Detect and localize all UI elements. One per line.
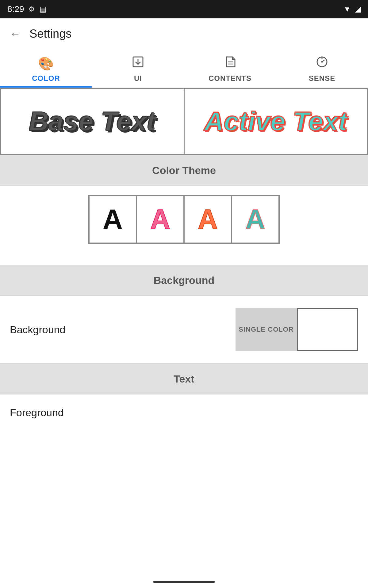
tab-ui[interactable]: UI [92,49,184,88]
text-section: Foreground [0,394,368,431]
background-white-option[interactable] [297,308,358,351]
color-swatches: A A A A [88,195,280,244]
tab-color[interactable]: 🎨 COLOR [0,49,92,88]
swatch-orange-letter: A [198,204,218,235]
base-text-preview: Base Text [29,106,156,137]
page-title: Settings [29,27,71,40]
background-single-color-option[interactable]: SINGLE COLOR [236,308,297,351]
tab-contents[interactable]: CONTENTS [184,49,276,88]
status-right: ▼ ◢ [343,5,361,13]
active-text-preview: Active Text [204,106,347,137]
tab-sense-label: SENSE [309,74,335,83]
swatch-black-letter: A [103,204,123,235]
preview-base[interactable]: Base Text [0,88,185,155]
text-title: Text [174,373,194,385]
background-section-header: Background [0,265,368,296]
foreground-row: Foreground [0,394,368,431]
wifi-icon: ▼ [343,5,351,13]
battery-status-icon: ▤ [40,5,47,13]
status-left: 8:29 ⚙ ▤ [7,4,47,14]
tab-ui-icon [132,56,144,71]
background-title: Background [154,274,214,286]
single-color-label: SINGLE COLOR [239,326,293,334]
app-bar: ← Settings [0,18,368,49]
text-section-header: Text [0,364,368,394]
swatch-teal-letter: A [245,204,265,235]
home-indicator [153,581,215,583]
background-options: SINGLE COLOR [236,308,358,351]
settings-status-icon: ⚙ [29,5,35,13]
background-row: Background SINGLE COLOR [0,296,368,364]
color-theme-title: Color Theme [152,164,216,176]
tab-sense-icon [316,56,328,71]
swatch-orange[interactable]: A [184,196,232,243]
swatch-teal[interactable]: A [232,196,279,243]
swatch-pink-letter: A [150,204,170,235]
background-section: Background SINGLE COLOR [0,296,368,364]
back-button[interactable]: ← [10,27,21,40]
background-label: Background [10,324,65,336]
tab-color-label: COLOR [32,74,60,83]
swatch-black[interactable]: A [89,196,136,243]
tab-color-icon: 🎨 [38,56,54,71]
tabs-bar: 🎨 COLOR UI CONTENTS [0,49,368,88]
tab-ui-label: UI [134,74,142,83]
foreground-label: Foreground [10,407,64,419]
preview-row: Base Text Active Text [0,88,368,155]
preview-active[interactable]: Active Text [185,88,368,155]
status-time: 8:29 [7,4,24,14]
status-bar: 8:29 ⚙ ▤ ▼ ◢ [0,0,368,18]
swatch-pink[interactable]: A [136,196,184,243]
color-theme-section-header: Color Theme [0,155,368,186]
signal-icon: ◢ [355,5,361,13]
svg-point-7 [321,61,323,63]
tab-contents-icon [224,56,236,71]
color-theme-swatches-area: A A A A [0,186,368,253]
tab-sense[interactable]: SENSE [276,49,368,88]
tab-contents-label: CONTENTS [209,74,251,83]
